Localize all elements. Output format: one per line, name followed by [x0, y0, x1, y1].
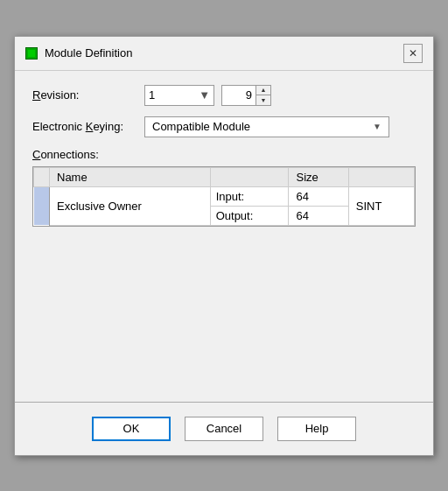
title-bar: Module Definition ✕ — [15, 37, 433, 71]
table-body: Exclusive Owner Input: 64 SINT Output: 6… — [34, 186, 415, 225]
type-cell: SINT — [348, 186, 414, 225]
name-header: Name — [50, 167, 211, 186]
keying-row: Electronic Keying: Compatible Module ▼ — [32, 116, 416, 137]
table-row: Exclusive Owner Input: 64 SINT — [34, 186, 415, 206]
spinner-buttons: ▲ ▼ — [256, 86, 270, 105]
io-header — [210, 167, 289, 186]
spinner-down-button[interactable]: ▼ — [256, 95, 270, 105]
row-selector-cell — [34, 186, 50, 225]
output-size-cell: 64 — [289, 206, 348, 225]
footer-divider — [15, 402, 433, 403]
dialog-body: Revision: 1 ▼ ▲ ▼ Electronic Keying: Com… — [15, 71, 433, 398]
ok-button[interactable]: OK — [92, 417, 171, 441]
revision-dropdown[interactable]: 1 ▼ — [144, 85, 214, 106]
module-icon — [25, 47, 38, 60]
revision-spinner: ▲ ▼ — [221, 85, 271, 106]
input-label-cell: Input: — [210, 186, 289, 206]
close-button[interactable]: ✕ — [403, 44, 423, 63]
keying-value: Compatible Module — [152, 120, 250, 133]
output-label-cell: Output: — [210, 206, 289, 225]
spinner-up-button[interactable]: ▲ — [256, 86, 270, 95]
connections-table: Name Size Exclusive Owner Input: 64 S — [32, 166, 416, 227]
exclusive-owner-name: Exclusive Owner — [50, 186, 211, 225]
connections-data-table: Name Size Exclusive Owner Input: 64 S — [33, 167, 415, 226]
revision-dropdown-arrow: ▼ — [199, 88, 210, 102]
connections-section: Connections: Name Size — [32, 148, 416, 227]
help-button[interactable]: Help — [277, 417, 356, 441]
keying-dropdown[interactable]: Compatible Module ▼ — [144, 116, 389, 137]
keying-dropdown-arrow: ▼ — [373, 122, 382, 131]
revision-label: Revision: — [32, 88, 137, 102]
module-definition-dialog: Module Definition ✕ Revision: 1 ▼ ▲ ▼ — [14, 36, 434, 456]
type-header — [348, 167, 414, 186]
title-bar-left: Module Definition — [25, 46, 132, 60]
input-size-cell: 64 — [289, 186, 348, 206]
revision-value: 1 — [149, 88, 155, 102]
connections-label: Connections: — [32, 148, 416, 161]
revision-spinner-input[interactable] — [222, 86, 256, 105]
table-header: Name Size — [34, 167, 415, 186]
dialog-footer: OK Cancel Help — [15, 406, 433, 455]
revision-row: Revision: 1 ▼ ▲ ▼ — [32, 85, 416, 106]
size-header: Size — [289, 167, 348, 186]
selector-header — [34, 167, 50, 186]
cancel-button[interactable]: Cancel — [185, 417, 263, 441]
dialog-title: Module Definition — [45, 46, 132, 60]
keying-label: Electronic Keying: — [32, 120, 137, 133]
